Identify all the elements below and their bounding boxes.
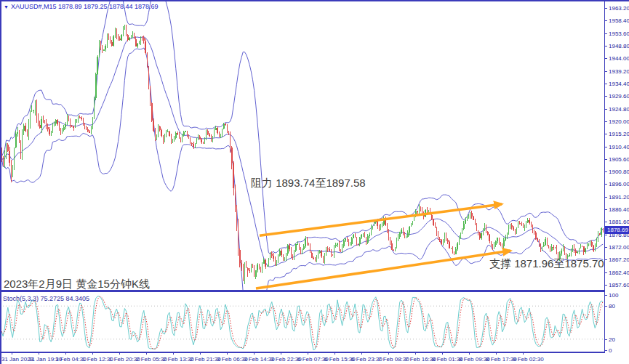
window-border-top xyxy=(0,0,629,1)
date-caption: 2023年2月9日 黄金15分钟K线 xyxy=(4,278,150,291)
axis-tick xyxy=(604,58,607,59)
price-axis-label: 1905.60 xyxy=(604,156,629,163)
price-axis-label: 1867.20 xyxy=(604,256,629,263)
axis-label-text: 1963.20 xyxy=(609,5,629,12)
support-annotation: 支撑 1871.96至1875.70 xyxy=(489,257,604,271)
time-axis-tick xyxy=(65,352,66,355)
price-axis-label: 1953.60 xyxy=(604,31,629,37)
price-axis-label: 1886.40 xyxy=(604,206,629,213)
axis-tick xyxy=(604,159,607,160)
chart-line xyxy=(1,37,603,267)
stoch-panel-chart[interactable] xyxy=(0,294,605,352)
axis-label-text: 1929.60 xyxy=(609,93,629,100)
candles xyxy=(4,25,601,284)
axis-tick xyxy=(604,339,607,340)
axis-label-text: 1934.40 xyxy=(609,81,629,87)
time-axis-label: 9 Feb 02:30 xyxy=(513,356,544,363)
time-axis-tick xyxy=(388,352,389,355)
price-axis-label: 1944.00 xyxy=(604,55,629,62)
axis-label-text: 100 xyxy=(609,292,618,299)
axis-tick xyxy=(604,272,607,273)
candles xyxy=(1,27,604,281)
axis-tick xyxy=(604,184,607,185)
axis-label-text: 1920.00 xyxy=(609,118,629,125)
price-axis-label: 1920.00 xyxy=(604,118,629,125)
price-axis-label: 1939.20 xyxy=(604,68,629,75)
stoch-scale-label: 20 xyxy=(604,336,615,343)
axis-label-text: 1905.60 xyxy=(609,156,629,163)
price-axis-label: 1963.20 xyxy=(604,5,629,12)
chart-title-text: XAUUSD#,M15 1878.89 1879.25 1878.44 1878… xyxy=(11,3,159,10)
time-axis-tick xyxy=(227,352,228,355)
stoch-indicator-label: Stoch(5,3,3) 75.2725 84.3405 xyxy=(3,295,89,302)
axis-tick xyxy=(604,295,607,296)
axis-tick xyxy=(604,197,607,198)
axis-tick xyxy=(604,20,607,21)
chart-line xyxy=(1,0,603,254)
chart-dropdown-icon[interactable]: ▼ xyxy=(4,4,9,9)
axis-tick xyxy=(604,259,607,260)
axis-label-text: 1886.40 xyxy=(609,206,629,213)
axis-label-text: 1915.20 xyxy=(609,131,629,137)
axis-tick xyxy=(604,134,607,134)
price-axis-label: 1910.40 xyxy=(604,144,629,150)
time-axis-tick xyxy=(12,352,12,355)
axis-tick xyxy=(604,96,607,97)
price-axis-label: 1915.20 xyxy=(604,131,629,137)
time-axis-tick xyxy=(146,352,147,355)
axis-label-text: 20 xyxy=(609,336,615,343)
axis-label-text: 1939.20 xyxy=(609,68,629,75)
axis-label-text: 1857.60 xyxy=(609,282,629,288)
price-axis-label: 1857.60 xyxy=(604,282,629,288)
chart-title: ▼XAUUSD#,M15 1878.89 1879.25 1878.44 187… xyxy=(4,3,159,10)
stoch-scale-label: 100 xyxy=(604,292,618,299)
axis-label-text: 1862.40 xyxy=(609,270,629,276)
axis-label-text: 1867.20 xyxy=(609,256,629,263)
axis-tick xyxy=(604,46,607,46)
time-axis-tick xyxy=(442,352,443,355)
time-axis-tick xyxy=(119,352,120,355)
axis-tick xyxy=(604,71,607,72)
price-axis-label: 1958.40 xyxy=(604,17,629,24)
price-axis-label: 1872.00 xyxy=(604,244,629,251)
candles xyxy=(4,27,602,280)
time-axis-tick xyxy=(39,352,39,355)
mt4-chart-window: ▼XAUUSD#,M15 1878.89 1879.25 1878.44 187… xyxy=(0,0,629,364)
axis-tick xyxy=(604,121,607,122)
axis-tick xyxy=(604,84,607,84)
time-axis-tick xyxy=(361,352,362,355)
axis-label-text: 1872.00 xyxy=(609,244,629,251)
price-axis-label: 1881.60 xyxy=(604,219,629,225)
axis-tick xyxy=(604,285,607,286)
candles xyxy=(1,25,603,280)
window-border-left xyxy=(0,0,1,364)
axis-tick xyxy=(604,171,607,172)
price-axis-label: 1924.80 xyxy=(604,106,629,113)
price-axis[interactable]: 1963.201958.401953.601948.801944.001939.… xyxy=(604,0,629,353)
stoch-scale-label: 0 xyxy=(604,347,612,354)
price-axis-label: 1891.20 xyxy=(604,194,629,201)
axis-tick xyxy=(604,222,607,222)
price-axis-label: 1934.40 xyxy=(604,81,629,87)
time-axis-tick xyxy=(334,352,335,355)
axis-tick xyxy=(604,306,607,307)
axis-label-text: 1896.00 xyxy=(609,181,629,187)
axis-label-text: 1910.40 xyxy=(609,144,629,150)
axis-tick xyxy=(604,350,607,351)
axis-tick xyxy=(604,247,607,248)
stoch-scale-label: 80 xyxy=(604,303,615,310)
axis-label-text: 1900.80 xyxy=(609,169,629,175)
time-axis-tick xyxy=(496,352,497,355)
axis-label-text: 1958.40 xyxy=(609,17,629,24)
axis-label-text: 1881.60 xyxy=(609,219,629,225)
resistance-annotation: 阻力 1893.74至1897.58 xyxy=(251,177,366,190)
chart-line xyxy=(1,296,603,350)
main-chart[interactable] xyxy=(0,0,605,291)
time-axis[interactable]: 31 Jan 202331 Jan 19:301 Feb 04:301 Feb … xyxy=(0,352,605,364)
time-axis-tick xyxy=(523,352,524,355)
price-axis-label: 1896.00 xyxy=(604,181,629,187)
time-axis-tick xyxy=(200,352,201,355)
time-axis-tick xyxy=(173,352,174,355)
axis-label-text: 0 xyxy=(609,347,612,354)
axis-label-text: 1891.20 xyxy=(609,194,629,201)
